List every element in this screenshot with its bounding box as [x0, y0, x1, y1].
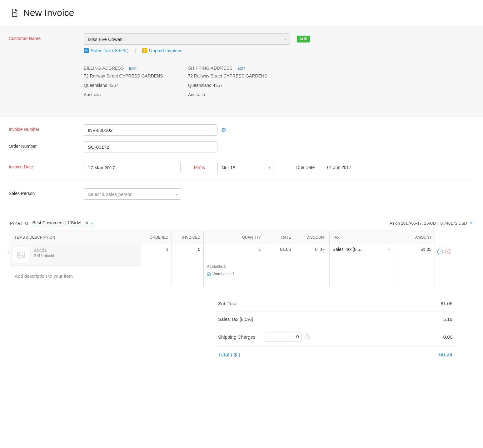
image-placeholder-icon[interactable] — [13, 247, 29, 263]
invoice-date-input[interactable] — [84, 162, 181, 173]
terms-dropdown[interactable]: Net 15 ▾ — [217, 162, 274, 173]
col-rate: RATE — [264, 231, 294, 244]
chevron-down-icon: ▾ — [388, 248, 390, 251]
item-discount[interactable]: 0 — [315, 247, 318, 252]
item-amount: 61.05 — [393, 244, 435, 286]
due-date-label: Due Date — [296, 165, 315, 170]
chevron-down-icon: ▾ — [323, 248, 325, 251]
item-available: Available: 5 — [207, 264, 261, 269]
terms-label: Terms — [193, 165, 205, 170]
table-row: abcd1 SKU: abcdd 1 0 1 Available: — [10, 244, 435, 286]
drag-handle-icon[interactable]: ⋮⋮ — [3, 250, 10, 254]
col-amount: AMOUNT — [393, 231, 435, 244]
total-label: Total ( $ ) — [218, 352, 240, 358]
shipping-address-title: SHIPPING ADDRESS — [188, 66, 233, 71]
page-header: New Invoice — [0, 0, 483, 26]
col-invoiced: INVOICED — [172, 231, 204, 244]
items-table: ITEMS & DESCRIPTION ORDERED INVOICED QUA… — [10, 231, 435, 286]
due-date-value: 01 Jun 2017 — [327, 165, 351, 170]
tax-total-value: 5.19 — [443, 316, 452, 322]
sales-person-label: Sales Person — [9, 191, 35, 196]
subtotal-label: Sub Total — [218, 301, 237, 306]
unpaid-invoices-link[interactable]: ! Unpaid Invoices — [142, 48, 182, 53]
close-icon[interactable]: ✕ — [85, 220, 89, 225]
item-invoiced: 0 — [172, 244, 204, 286]
col-tax: TAX — [329, 231, 393, 244]
svg-point-1 — [19, 253, 20, 255]
sales-tax-link[interactable]: % Sales Tax ( 8.5% ) — [84, 48, 128, 53]
item-description-input[interactable] — [10, 266, 141, 286]
invoice-number-label: Invoice Number — [9, 127, 39, 132]
invoice-date-label: Invoice Date — [9, 164, 33, 169]
percent-icon: % — [84, 48, 89, 53]
order-number-label: Order Number — [9, 144, 37, 149]
item-tax-dropdown[interactable]: Sales Tax [8.5... ▾ — [333, 247, 390, 252]
order-number-input[interactable] — [84, 141, 217, 152]
item-name[interactable]: abcd1 — [34, 247, 54, 253]
item-warehouse: Warehouse 1 — [207, 272, 261, 276]
col-ordered: ORDERED — [141, 231, 172, 244]
currency-badge: AUD — [297, 36, 310, 42]
price-list-label: Price List — [10, 221, 28, 226]
exchange-rate-text: As on 2017-05-17, 1 AUD = 0.740172 USD ✎ — [390, 221, 473, 226]
billing-address-block: BILLING ADDRESS EDIT 72 Railway Street C… — [84, 66, 163, 98]
invoice-number-input[interactable] — [84, 124, 217, 136]
info-icon[interactable]: i — [305, 334, 310, 339]
billing-edit-link[interactable]: EDIT — [129, 67, 137, 70]
shipping-amount: 0.00 — [443, 334, 452, 340]
shipping-edit-link[interactable]: EDIT — [237, 67, 245, 70]
customer-name-dropdown[interactable]: Miss Eve Cowan ▾ — [84, 33, 290, 45]
totals-section: Sub Total 61.05 Sales Tax [8.5%] 5.19 Sh… — [215, 296, 456, 363]
chevron-down-icon: ▾ — [176, 192, 177, 196]
subtotal-value: 61.05 — [441, 301, 452, 306]
sales-person-dropdown[interactable]: Select a sales person ▾ — [84, 188, 181, 200]
warehouse-icon — [207, 272, 211, 276]
chevron-down-icon: ▾ — [284, 37, 286, 41]
chevron-down-icon: ▾ — [269, 166, 270, 169]
more-options-icon[interactable]: ⋯ — [437, 249, 443, 254]
item-sku: SKU: abcdd — [34, 254, 54, 258]
billing-address-title: BILLING ADDRESS — [84, 66, 124, 71]
tax-total-label: Sales Tax [8.5%] — [218, 316, 253, 322]
col-items: ITEMS & DESCRIPTION — [10, 231, 141, 244]
customer-name-label: Customer Name — [9, 36, 41, 41]
item-quantity[interactable]: 1 — [207, 247, 261, 252]
discount-unit-dropdown[interactable]: $▾ — [319, 247, 326, 252]
col-discount: DISCOUNT — [294, 231, 329, 244]
gear-icon[interactable]: ⚙ — [221, 127, 226, 133]
svg-rect-0 — [17, 252, 24, 258]
price-list-value[interactable]: Best Customers [ 10% M.. ✕ ▾ — [32, 220, 93, 226]
chevron-down-icon[interactable]: ▾ — [91, 222, 93, 225]
item-rate[interactable]: 61.05 — [264, 244, 294, 286]
total-value: 66.24 — [439, 352, 452, 358]
pencil-icon[interactable]: ✎ — [470, 221, 473, 226]
shipping-address-block: SHIPPING ADDRESS EDIT 72 Railway Street … — [188, 66, 267, 98]
shipping-label: Shipping Charges — [218, 334, 255, 340]
col-quantity: QUANTITY — [204, 231, 264, 244]
page-title: New Invoice — [23, 7, 74, 18]
delete-row-icon[interactable]: ✕ — [445, 249, 451, 254]
shipping-input[interactable] — [265, 332, 301, 341]
item-ordered: 1 — [141, 244, 172, 286]
alert-icon: ! — [142, 48, 147, 53]
document-icon — [11, 8, 18, 17]
